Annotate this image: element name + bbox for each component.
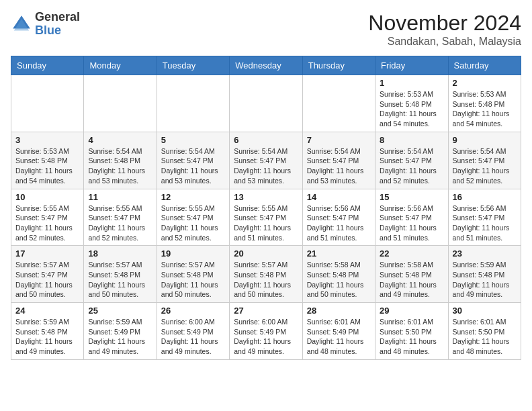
calendar-table: SundayMondayTuesdayWednesdayThursdayFrid… bbox=[11, 56, 521, 360]
day-info: Sunrise: 5:57 AM Sunset: 5:47 PM Dayligh… bbox=[15, 260, 79, 300]
day-number: 17 bbox=[15, 248, 79, 259]
day-number: 15 bbox=[380, 192, 443, 202]
day-info: Sunrise: 5:55 AM Sunset: 5:47 PM Dayligh… bbox=[88, 203, 152, 243]
day-number: 19 bbox=[161, 248, 225, 259]
day-number: 20 bbox=[234, 248, 298, 259]
day-info: Sunrise: 6:01 AM Sunset: 5:50 PM Dayligh… bbox=[380, 317, 443, 357]
day-info: Sunrise: 5:56 AM Sunset: 5:47 PM Dayligh… bbox=[307, 203, 371, 243]
calendar-cell: 10Sunrise: 5:55 AM Sunset: 5:47 PM Dayli… bbox=[11, 189, 84, 246]
calendar-week-1: 1Sunrise: 5:53 AM Sunset: 5:48 PM Daylig… bbox=[11, 75, 521, 132]
day-number: 30 bbox=[453, 306, 517, 316]
calendar-cell: 28Sunrise: 6:01 AM Sunset: 5:49 PM Dayli… bbox=[302, 303, 375, 360]
logo-icon bbox=[11, 13, 32, 35]
day-info: Sunrise: 5:58 AM Sunset: 5:48 PM Dayligh… bbox=[307, 260, 371, 300]
day-number: 11 bbox=[88, 192, 152, 202]
calendar-cell bbox=[302, 75, 375, 132]
day-number: 9 bbox=[453, 135, 517, 145]
days-header-row: SundayMondayTuesdayWednesdayThursdayFrid… bbox=[11, 56, 521, 75]
calendar-cell: 13Sunrise: 5:55 AM Sunset: 5:47 PM Dayli… bbox=[230, 189, 302, 246]
day-number: 7 bbox=[307, 135, 371, 145]
calendar-cell: 6Sunrise: 5:54 AM Sunset: 5:47 PM Daylig… bbox=[230, 132, 302, 189]
day-info: Sunrise: 5:54 AM Sunset: 5:47 PM Dayligh… bbox=[453, 146, 517, 186]
day-number: 2 bbox=[453, 78, 517, 88]
day-info: Sunrise: 5:53 AM Sunset: 5:48 PM Dayligh… bbox=[380, 89, 443, 129]
day-info: Sunrise: 5:53 AM Sunset: 5:48 PM Dayligh… bbox=[15, 146, 79, 186]
logo: General Blue bbox=[11, 11, 80, 38]
day-number: 28 bbox=[307, 306, 371, 316]
day-number: 3 bbox=[15, 135, 79, 145]
day-header-friday: Friday bbox=[375, 56, 448, 75]
calendar-week-4: 17Sunrise: 5:57 AM Sunset: 5:47 PM Dayli… bbox=[11, 246, 521, 303]
calendar-cell: 15Sunrise: 5:56 AM Sunset: 5:47 PM Dayli… bbox=[375, 189, 448, 246]
day-info: Sunrise: 5:59 AM Sunset: 5:49 PM Dayligh… bbox=[88, 317, 152, 357]
day-number: 16 bbox=[453, 192, 517, 202]
calendar-cell: 3Sunrise: 5:53 AM Sunset: 5:48 PM Daylig… bbox=[11, 132, 84, 189]
day-info: Sunrise: 5:57 AM Sunset: 5:48 PM Dayligh… bbox=[234, 260, 298, 300]
calendar-cell: 26Sunrise: 6:00 AM Sunset: 5:49 PM Dayli… bbox=[157, 303, 229, 360]
day-number: 5 bbox=[161, 135, 225, 145]
day-info: Sunrise: 5:54 AM Sunset: 5:47 PM Dayligh… bbox=[234, 146, 298, 186]
logo-general-text: General bbox=[35, 10, 80, 24]
day-info: Sunrise: 5:54 AM Sunset: 5:47 PM Dayligh… bbox=[161, 146, 225, 186]
calendar-cell: 9Sunrise: 5:54 AM Sunset: 5:47 PM Daylig… bbox=[448, 132, 521, 189]
day-number: 23 bbox=[453, 248, 517, 259]
calendar-cell: 22Sunrise: 5:58 AM Sunset: 5:48 PM Dayli… bbox=[375, 246, 448, 303]
calendar-cell: 18Sunrise: 5:57 AM Sunset: 5:48 PM Dayli… bbox=[84, 246, 157, 303]
calendar-cell: 19Sunrise: 5:57 AM Sunset: 5:48 PM Dayli… bbox=[157, 246, 229, 303]
day-number: 14 bbox=[307, 192, 371, 202]
day-number: 12 bbox=[161, 192, 225, 202]
day-header-tuesday: Tuesday bbox=[157, 56, 229, 75]
calendar-cell: 24Sunrise: 5:59 AM Sunset: 5:48 PM Dayli… bbox=[11, 303, 84, 360]
day-info: Sunrise: 5:54 AM Sunset: 5:47 PM Dayligh… bbox=[380, 146, 443, 186]
day-info: Sunrise: 5:57 AM Sunset: 5:48 PM Dayligh… bbox=[88, 260, 152, 300]
calendar-week-2: 3Sunrise: 5:53 AM Sunset: 5:48 PM Daylig… bbox=[11, 132, 521, 189]
day-number: 21 bbox=[307, 248, 371, 259]
day-number: 4 bbox=[88, 135, 152, 145]
calendar-cell: 17Sunrise: 5:57 AM Sunset: 5:47 PM Dayli… bbox=[11, 246, 84, 303]
day-number: 22 bbox=[380, 248, 443, 259]
day-info: Sunrise: 5:56 AM Sunset: 5:47 PM Dayligh… bbox=[380, 203, 443, 243]
calendar-cell: 11Sunrise: 5:55 AM Sunset: 5:47 PM Dayli… bbox=[84, 189, 157, 246]
calendar-cell: 27Sunrise: 6:00 AM Sunset: 5:49 PM Dayli… bbox=[230, 303, 302, 360]
day-info: Sunrise: 5:59 AM Sunset: 5:48 PM Dayligh… bbox=[15, 317, 79, 357]
calendar-cell: 30Sunrise: 6:01 AM Sunset: 5:50 PM Dayli… bbox=[448, 303, 521, 360]
day-header-wednesday: Wednesday bbox=[230, 56, 302, 75]
calendar-cell: 5Sunrise: 5:54 AM Sunset: 5:47 PM Daylig… bbox=[157, 132, 229, 189]
day-number: 10 bbox=[15, 192, 79, 202]
location-subtitle: Sandakan, Sabah, Malaysia bbox=[368, 36, 521, 48]
day-header-thursday: Thursday bbox=[302, 56, 375, 75]
calendar-header: SundayMondayTuesdayWednesdayThursdayFrid… bbox=[11, 56, 521, 75]
day-info: Sunrise: 5:58 AM Sunset: 5:48 PM Dayligh… bbox=[380, 260, 443, 300]
day-number: 24 bbox=[15, 306, 79, 316]
calendar-cell bbox=[84, 75, 157, 132]
day-info: Sunrise: 6:00 AM Sunset: 5:49 PM Dayligh… bbox=[161, 317, 225, 357]
calendar-cell: 14Sunrise: 5:56 AM Sunset: 5:47 PM Dayli… bbox=[302, 189, 375, 246]
calendar-cell: 2Sunrise: 5:53 AM Sunset: 5:48 PM Daylig… bbox=[448, 75, 521, 132]
day-info: Sunrise: 5:55 AM Sunset: 5:47 PM Dayligh… bbox=[234, 203, 298, 243]
calendar-week-3: 10Sunrise: 5:55 AM Sunset: 5:47 PM Dayli… bbox=[11, 189, 521, 246]
day-info: Sunrise: 6:01 AM Sunset: 5:50 PM Dayligh… bbox=[453, 317, 517, 357]
calendar-cell bbox=[11, 75, 84, 132]
day-number: 25 bbox=[88, 306, 152, 316]
calendar-cell: 20Sunrise: 5:57 AM Sunset: 5:48 PM Dayli… bbox=[230, 246, 302, 303]
logo-blue-text: Blue bbox=[35, 24, 61, 37]
day-info: Sunrise: 5:53 AM Sunset: 5:48 PM Dayligh… bbox=[453, 89, 517, 129]
day-info: Sunrise: 6:01 AM Sunset: 5:49 PM Dayligh… bbox=[307, 317, 371, 357]
day-header-monday: Monday bbox=[84, 56, 157, 75]
month-year-title: November 2024 bbox=[368, 11, 521, 36]
day-info: Sunrise: 6:00 AM Sunset: 5:49 PM Dayligh… bbox=[234, 317, 298, 357]
calendar-cell bbox=[230, 75, 302, 132]
day-info: Sunrise: 5:57 AM Sunset: 5:48 PM Dayligh… bbox=[161, 260, 225, 300]
day-number: 29 bbox=[380, 306, 443, 316]
calendar-body: 1Sunrise: 5:53 AM Sunset: 5:48 PM Daylig… bbox=[11, 75, 521, 360]
calendar-cell: 16Sunrise: 5:56 AM Sunset: 5:47 PM Dayli… bbox=[448, 189, 521, 246]
day-number: 18 bbox=[88, 248, 152, 259]
day-number: 27 bbox=[234, 306, 298, 316]
calendar-cell bbox=[157, 75, 229, 132]
day-number: 26 bbox=[161, 306, 225, 316]
calendar-cell: 4Sunrise: 5:54 AM Sunset: 5:48 PM Daylig… bbox=[84, 132, 157, 189]
calendar-cell: 7Sunrise: 5:54 AM Sunset: 5:47 PM Daylig… bbox=[302, 132, 375, 189]
calendar-cell: 23Sunrise: 5:59 AM Sunset: 5:48 PM Dayli… bbox=[448, 246, 521, 303]
day-info: Sunrise: 5:56 AM Sunset: 5:47 PM Dayligh… bbox=[453, 203, 517, 243]
calendar-week-5: 24Sunrise: 5:59 AM Sunset: 5:48 PM Dayli… bbox=[11, 303, 521, 360]
